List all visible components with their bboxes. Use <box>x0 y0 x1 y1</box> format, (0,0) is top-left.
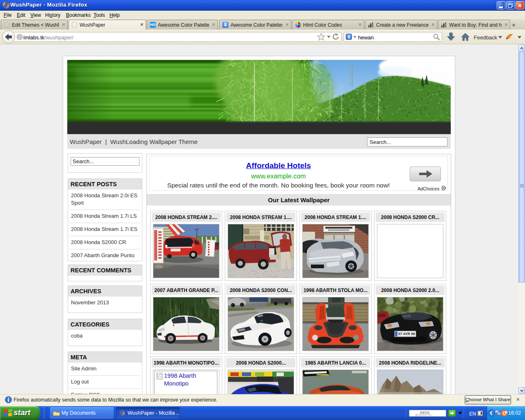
svg-text:07 AYR 09: 07 AYR 09 <box>398 332 415 336</box>
